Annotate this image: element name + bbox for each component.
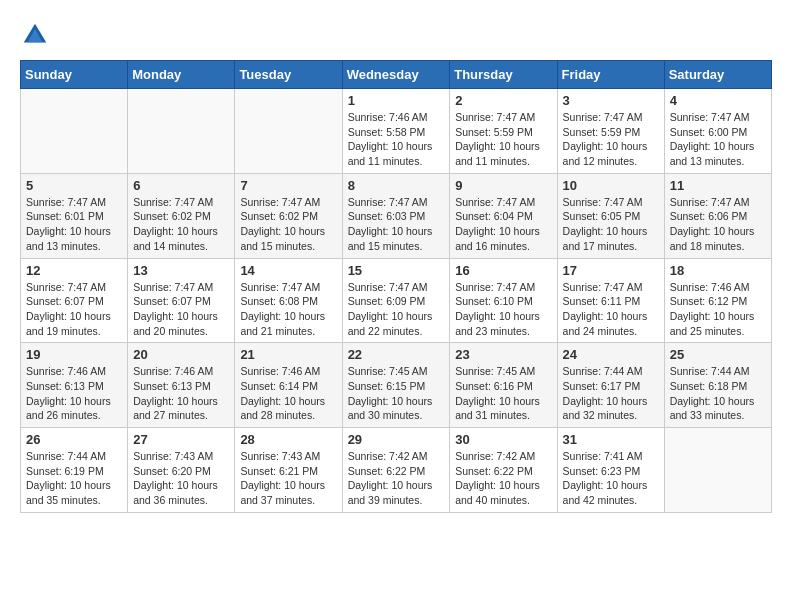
day-content: Sunrise: 7:47 AMSunset: 6:05 PMDaylight:… [563, 195, 659, 254]
day-content: Sunrise: 7:44 AMSunset: 6:19 PMDaylight:… [26, 449, 122, 508]
logo [20, 20, 54, 50]
calendar-cell: 12Sunrise: 7:47 AMSunset: 6:07 PMDayligh… [21, 258, 128, 343]
day-info-line: Sunrise: 7:42 AM [348, 450, 428, 462]
day-content: Sunrise: 7:44 AMSunset: 6:18 PMDaylight:… [670, 364, 766, 423]
day-number: 31 [563, 432, 659, 447]
day-info-line: Sunset: 6:12 PM [670, 295, 748, 307]
day-number: 16 [455, 263, 551, 278]
day-content: Sunrise: 7:47 AMSunset: 6:04 PMDaylight:… [455, 195, 551, 254]
day-info-line: Sunrise: 7:47 AM [133, 281, 213, 293]
day-info-line: Daylight: 10 hours and 40 minutes. [455, 479, 540, 506]
day-info-line: Daylight: 10 hours and 12 minutes. [563, 140, 648, 167]
day-info-line: Sunset: 6:18 PM [670, 380, 748, 392]
day-info-line: Sunrise: 7:47 AM [563, 196, 643, 208]
day-info-line: Sunset: 6:22 PM [455, 465, 533, 477]
calendar-cell: 20Sunrise: 7:46 AMSunset: 6:13 PMDayligh… [128, 343, 235, 428]
day-info-line: Sunset: 6:19 PM [26, 465, 104, 477]
day-info-line: Daylight: 10 hours and 24 minutes. [563, 310, 648, 337]
weekday-header-wednesday: Wednesday [342, 61, 450, 89]
calendar-cell: 23Sunrise: 7:45 AMSunset: 6:16 PMDayligh… [450, 343, 557, 428]
day-content: Sunrise: 7:47 AMSunset: 5:59 PMDaylight:… [563, 110, 659, 169]
day-info-line: Daylight: 10 hours and 27 minutes. [133, 395, 218, 422]
calendar-cell [664, 428, 771, 513]
calendar-cell: 4Sunrise: 7:47 AMSunset: 6:00 PMDaylight… [664, 89, 771, 174]
day-content: Sunrise: 7:45 AMSunset: 6:15 PMDaylight:… [348, 364, 445, 423]
weekday-header-thursday: Thursday [450, 61, 557, 89]
calendar-table: SundayMondayTuesdayWednesdayThursdayFrid… [20, 60, 772, 513]
day-info-line: Sunrise: 7:46 AM [240, 365, 320, 377]
day-info-line: Sunset: 6:13 PM [133, 380, 211, 392]
calendar-cell: 30Sunrise: 7:42 AMSunset: 6:22 PMDayligh… [450, 428, 557, 513]
day-info-line: Sunrise: 7:47 AM [240, 281, 320, 293]
day-info-line: Daylight: 10 hours and 36 minutes. [133, 479, 218, 506]
day-number: 9 [455, 178, 551, 193]
day-info-line: Sunset: 6:04 PM [455, 210, 533, 222]
calendar-cell: 29Sunrise: 7:42 AMSunset: 6:22 PMDayligh… [342, 428, 450, 513]
day-info-line: Sunrise: 7:47 AM [563, 111, 643, 123]
day-number: 7 [240, 178, 336, 193]
day-info-line: Sunrise: 7:47 AM [133, 196, 213, 208]
day-content: Sunrise: 7:47 AMSunset: 6:07 PMDaylight:… [26, 280, 122, 339]
day-content: Sunrise: 7:47 AMSunset: 6:10 PMDaylight:… [455, 280, 551, 339]
day-content: Sunrise: 7:47 AMSunset: 6:06 PMDaylight:… [670, 195, 766, 254]
day-number: 8 [348, 178, 445, 193]
weekday-header-row: SundayMondayTuesdayWednesdayThursdayFrid… [21, 61, 772, 89]
day-info-line: Daylight: 10 hours and 28 minutes. [240, 395, 325, 422]
day-info-line: Sunset: 5:59 PM [563, 126, 641, 138]
day-number: 27 [133, 432, 229, 447]
day-info-line: Daylight: 10 hours and 31 minutes. [455, 395, 540, 422]
day-info-line: Daylight: 10 hours and 16 minutes. [455, 225, 540, 252]
day-number: 20 [133, 347, 229, 362]
day-content: Sunrise: 7:47 AMSunset: 5:59 PMDaylight:… [455, 110, 551, 169]
calendar-cell: 9Sunrise: 7:47 AMSunset: 6:04 PMDaylight… [450, 173, 557, 258]
day-info-line: Daylight: 10 hours and 15 minutes. [240, 225, 325, 252]
day-number: 29 [348, 432, 445, 447]
day-info-line: Sunrise: 7:47 AM [455, 111, 535, 123]
day-info-line: Sunset: 6:11 PM [563, 295, 641, 307]
day-number: 12 [26, 263, 122, 278]
day-info-line: Daylight: 10 hours and 25 minutes. [670, 310, 755, 337]
day-info-line: Sunrise: 7:46 AM [26, 365, 106, 377]
calendar-cell: 7Sunrise: 7:47 AMSunset: 6:02 PMDaylight… [235, 173, 342, 258]
day-info-line: Sunset: 6:02 PM [133, 210, 211, 222]
calendar-cell [128, 89, 235, 174]
calendar-cell: 18Sunrise: 7:46 AMSunset: 6:12 PMDayligh… [664, 258, 771, 343]
day-content: Sunrise: 7:46 AMSunset: 6:13 PMDaylight:… [26, 364, 122, 423]
calendar-cell: 19Sunrise: 7:46 AMSunset: 6:13 PMDayligh… [21, 343, 128, 428]
calendar-cell: 2Sunrise: 7:47 AMSunset: 5:59 PMDaylight… [450, 89, 557, 174]
day-number: 3 [563, 93, 659, 108]
day-content: Sunrise: 7:43 AMSunset: 6:20 PMDaylight:… [133, 449, 229, 508]
day-content: Sunrise: 7:46 AMSunset: 5:58 PMDaylight:… [348, 110, 445, 169]
day-number: 11 [670, 178, 766, 193]
day-info-line: Daylight: 10 hours and 14 minutes. [133, 225, 218, 252]
day-content: Sunrise: 7:46 AMSunset: 6:14 PMDaylight:… [240, 364, 336, 423]
day-number: 24 [563, 347, 659, 362]
day-info-line: Daylight: 10 hours and 21 minutes. [240, 310, 325, 337]
day-number: 5 [26, 178, 122, 193]
day-info-line: Daylight: 10 hours and 30 minutes. [348, 395, 433, 422]
day-content: Sunrise: 7:47 AMSunset: 6:11 PMDaylight:… [563, 280, 659, 339]
calendar-cell: 1Sunrise: 7:46 AMSunset: 5:58 PMDaylight… [342, 89, 450, 174]
day-content: Sunrise: 7:46 AMSunset: 6:12 PMDaylight:… [670, 280, 766, 339]
calendar-cell: 26Sunrise: 7:44 AMSunset: 6:19 PMDayligh… [21, 428, 128, 513]
page-header [20, 20, 772, 50]
day-number: 10 [563, 178, 659, 193]
day-info-line: Sunset: 6:20 PM [133, 465, 211, 477]
day-info-line: Sunrise: 7:47 AM [455, 281, 535, 293]
calendar-week-row: 12Sunrise: 7:47 AMSunset: 6:07 PMDayligh… [21, 258, 772, 343]
calendar-cell: 3Sunrise: 7:47 AMSunset: 5:59 PMDaylight… [557, 89, 664, 174]
day-info-line: Sunset: 6:22 PM [348, 465, 426, 477]
day-info-line: Sunrise: 7:43 AM [133, 450, 213, 462]
day-content: Sunrise: 7:47 AMSunset: 6:09 PMDaylight:… [348, 280, 445, 339]
day-info-line: Sunrise: 7:47 AM [348, 281, 428, 293]
day-info-line: Daylight: 10 hours and 11 minutes. [455, 140, 540, 167]
calendar-week-row: 5Sunrise: 7:47 AMSunset: 6:01 PMDaylight… [21, 173, 772, 258]
day-info-line: Daylight: 10 hours and 18 minutes. [670, 225, 755, 252]
day-info-line: Sunset: 6:03 PM [348, 210, 426, 222]
day-number: 15 [348, 263, 445, 278]
day-number: 13 [133, 263, 229, 278]
calendar-cell: 8Sunrise: 7:47 AMSunset: 6:03 PMDaylight… [342, 173, 450, 258]
day-info-line: Daylight: 10 hours and 33 minutes. [670, 395, 755, 422]
calendar-cell: 11Sunrise: 7:47 AMSunset: 6:06 PMDayligh… [664, 173, 771, 258]
day-info-line: Sunset: 6:14 PM [240, 380, 318, 392]
